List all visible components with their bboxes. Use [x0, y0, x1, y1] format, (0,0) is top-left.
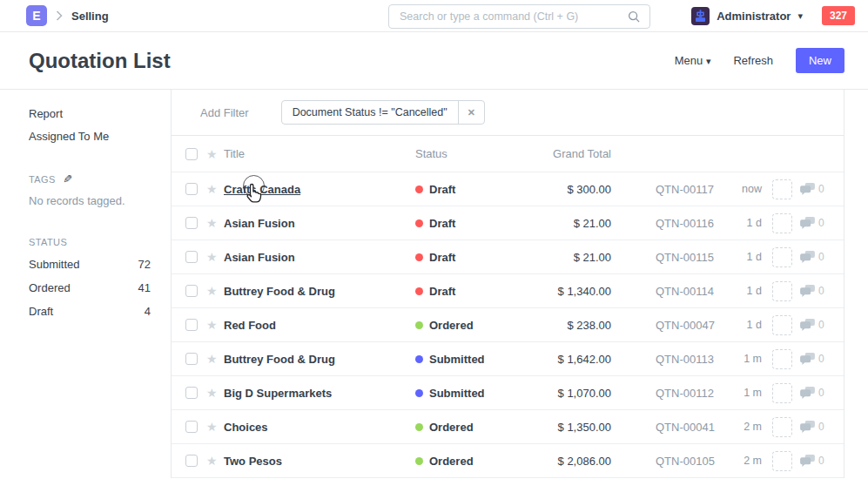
modified-time: 1 d: [718, 285, 762, 297]
assign-to-placeholder[interactable]: [772, 349, 792, 369]
refresh-button[interactable]: Refresh: [733, 54, 773, 67]
user-avatar[interactable]: [691, 7, 710, 25]
assign-to-placeholder[interactable]: [772, 417, 792, 437]
status-dot-icon: [415, 186, 423, 193]
column-header-status: Status: [415, 147, 507, 160]
star-icon[interactable]: ★: [206, 386, 220, 400]
star-icon[interactable]: ★: [206, 352, 220, 366]
assign-to-placeholder[interactable]: [772, 315, 792, 335]
row-checkbox[interactable]: [185, 251, 198, 263]
column-header-title: Title: [224, 147, 415, 160]
comment-count[interactable]: 0: [800, 217, 833, 229]
search-input[interactable]: [389, 10, 628, 23]
quotation-title-link[interactable]: Two Pesos: [224, 455, 282, 468]
search-icon[interactable]: [628, 10, 649, 24]
table-row[interactable]: ★ Asian Fusion Draft $ 21.00 QTN-00116 1…: [172, 206, 844, 240]
assign-to-placeholder[interactable]: [772, 383, 792, 403]
table-row[interactable]: ★ Buttrey Food & Drug Submitted $ 1,642.…: [172, 342, 844, 376]
modified-time: 1 d: [718, 217, 762, 229]
star-icon[interactable]: ★: [206, 182, 220, 196]
grand-total-value: $ 300.00: [507, 183, 611, 196]
grand-total-value: $ 1,070.00: [507, 387, 611, 400]
star-icon[interactable]: ★: [206, 318, 220, 332]
breadcrumb-chevron-icon: [56, 10, 63, 21]
quotation-id: QTN-00117: [656, 183, 718, 196]
table-row[interactable]: ★ Red Food Ordered $ 238.00 QTN-00047 1 …: [172, 308, 844, 342]
filter-condition[interactable]: Document Status != "Cancelled": [282, 101, 458, 124]
active-filter-pill[interactable]: Document Status != "Cancelled" ✕: [281, 100, 485, 125]
comment-count[interactable]: 0: [800, 251, 833, 263]
quotation-title-link[interactable]: Choices: [224, 421, 268, 434]
comments-icon: [800, 319, 815, 331]
status-dot-icon: [415, 389, 423, 397]
comment-count[interactable]: 0: [800, 285, 833, 297]
menu-button[interactable]: Menu ▾: [675, 54, 711, 67]
add-filter-button[interactable]: Add Filter: [200, 106, 249, 119]
filter-area: Add Filter Document Status != "Cancelled…: [172, 90, 844, 136]
quotation-title-link[interactable]: Crafts Canada: [224, 183, 300, 196]
modified-time: 2 m: [718, 455, 762, 467]
status-filter-submitted[interactable]: Submitted 72: [29, 258, 151, 271]
remove-filter-icon[interactable]: ✕: [458, 101, 484, 124]
table-row[interactable]: ★ Big D Supermarkets Submitted $ 1,070.0…: [172, 376, 844, 410]
comment-count[interactable]: 0: [800, 387, 833, 399]
table-row[interactable]: ★ Buttrey Food & Drug Draft $ 1,340.00 Q…: [172, 274, 844, 308]
table-row[interactable]: ★ Choices Ordered $ 1,350.00 QTN-00041 2…: [172, 410, 844, 444]
assign-to-placeholder[interactable]: [772, 451, 792, 471]
column-header-grand-total: Grand Total: [507, 147, 611, 160]
row-checkbox[interactable]: [185, 183, 198, 195]
table-row[interactable]: ★ Asian Fusion Draft $ 21.00 QTN-00115 1…: [172, 240, 844, 274]
star-icon[interactable]: ★: [206, 284, 220, 298]
row-checkbox[interactable]: [185, 319, 198, 331]
comment-count[interactable]: 0: [800, 319, 833, 331]
table-row[interactable]: ★ Crafts Canada Draft $ 300.00 QTN-00117…: [172, 172, 844, 206]
quotation-title-link[interactable]: Red Food: [224, 319, 276, 332]
status-label: Draft: [429, 251, 455, 264]
quotation-title-link[interactable]: Big D Supermarkets: [224, 387, 332, 400]
sidebar-item-assigned-to-me[interactable]: Assigned To Me: [29, 130, 153, 143]
comment-count[interactable]: 0: [800, 183, 833, 195]
comment-count[interactable]: 0: [800, 421, 833, 433]
row-checkbox[interactable]: [185, 217, 198, 229]
quotation-title-link[interactable]: Asian Fusion: [224, 251, 295, 264]
sidebar-item-report[interactable]: Report: [29, 107, 153, 120]
star-icon[interactable]: ★: [206, 147, 220, 161]
comment-count-value: 0: [818, 319, 824, 331]
assign-to-placeholder[interactable]: [772, 281, 792, 301]
assign-to-placeholder[interactable]: [772, 179, 792, 199]
quotation-title-link[interactable]: Buttrey Food & Drug: [224, 285, 335, 298]
quotation-title-link[interactable]: Asian Fusion: [224, 217, 295, 230]
new-button[interactable]: New: [796, 48, 844, 73]
row-checkbox[interactable]: [185, 387, 198, 399]
star-icon[interactable]: ★: [206, 250, 220, 264]
row-checkbox[interactable]: [185, 421, 198, 433]
robot-icon: [693, 9, 708, 24]
star-icon[interactable]: ★: [206, 216, 220, 230]
comment-count[interactable]: 0: [800, 455, 833, 467]
tags-empty-text: No records tagged.: [29, 194, 153, 207]
notification-badge[interactable]: 327: [822, 6, 855, 25]
assign-to-placeholder[interactable]: [772, 213, 792, 233]
status-filter-ordered[interactable]: Ordered 41: [29, 281, 151, 294]
status-dot-icon: [415, 423, 423, 431]
row-checkbox[interactable]: [185, 353, 198, 365]
global-search[interactable]: [388, 4, 650, 29]
grand-total-value: $ 21.00: [507, 251, 611, 264]
select-all-checkbox[interactable]: [185, 148, 198, 160]
edit-tags-pencil-icon[interactable]: ✎: [63, 172, 72, 186]
status-dot-icon: [415, 253, 423, 261]
modified-time: 1 d: [718, 319, 762, 331]
table-row[interactable]: ★ Two Pesos Ordered $ 2,086.00 QTN-00105…: [172, 444, 844, 478]
assign-to-placeholder[interactable]: [772, 247, 792, 267]
breadcrumb-selling[interactable]: Selling: [71, 10, 109, 23]
comment-count[interactable]: 0: [800, 353, 833, 365]
star-icon[interactable]: ★: [206, 454, 220, 468]
user-menu[interactable]: Administrator: [717, 10, 791, 23]
quotation-title-link[interactable]: Buttrey Food & Drug: [224, 353, 335, 366]
star-icon[interactable]: ★: [206, 420, 220, 434]
row-checkbox[interactable]: [185, 285, 198, 297]
status-filter-draft[interactable]: Draft 4: [29, 305, 151, 318]
row-checkbox[interactable]: [185, 455, 198, 467]
caret-down-icon: ▾: [706, 56, 711, 66]
app-logo[interactable]: E: [26, 5, 47, 26]
